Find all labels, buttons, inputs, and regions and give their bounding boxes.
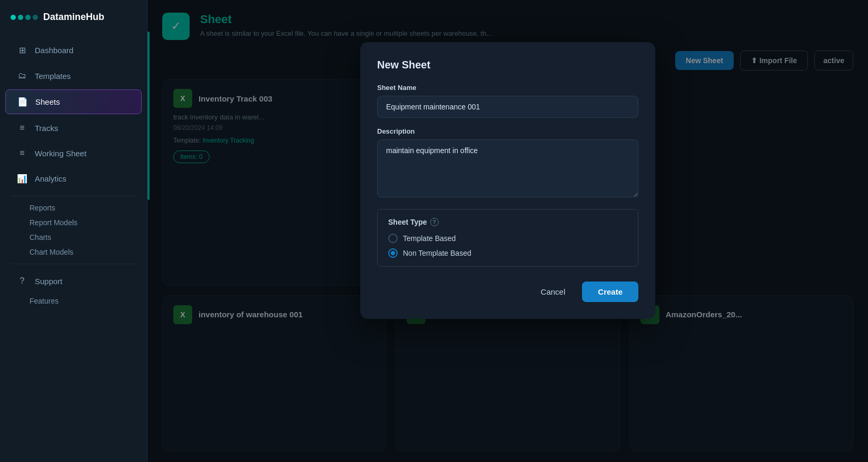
modal-title: New Sheet: [377, 59, 638, 71]
sheets-icon: 📄: [17, 97, 28, 107]
radio-circle-template: [388, 234, 398, 243]
logo-dot-3: [25, 15, 31, 20]
analytics-icon: 📊: [17, 174, 27, 184]
sheet-name-input[interactable]: [377, 96, 638, 118]
sheet-type-header: Sheet Type ?: [388, 218, 627, 226]
radio-non-template-based[interactable]: Non Template Based: [388, 248, 627, 258]
sidebar-item-working-sheet[interactable]: ≡ Working Sheet: [5, 142, 142, 165]
description-input[interactable]: maintain equipment in office: [377, 139, 638, 197]
sidebar-item-reports[interactable]: Reports: [0, 200, 147, 215]
sidebar-item-tracks[interactable]: ≡ Tracks: [5, 116, 142, 139]
sidebar-item-templates[interactable]: 🗂 Templates: [5, 64, 142, 87]
logo: DatamineHub: [0, 0, 147, 37]
sidebar-item-label: Templates: [35, 72, 71, 81]
templates-icon: 🗂: [17, 71, 27, 81]
radio-circle-non-template: [388, 248, 398, 258]
cancel-button[interactable]: Cancel: [531, 282, 575, 302]
logo-dot-1: [11, 15, 16, 20]
tracks-icon: ≡: [17, 123, 27, 133]
new-sheet-modal: New Sheet Sheet Name Description maintai…: [360, 42, 655, 319]
logo-dot-4: [33, 15, 38, 20]
modal-overlay: New Sheet Sheet Name Description maintai…: [147, 0, 868, 462]
working-sheet-icon: ≡: [17, 148, 27, 158]
modal-actions: Cancel Create: [377, 282, 638, 302]
sidebar-item-chart-models[interactable]: Chart Models: [0, 245, 147, 259]
sidebar-item-label: Analytics: [35, 174, 66, 183]
sidebar-item-label: Tracks: [35, 124, 58, 133]
sheet-name-label: Sheet Name: [377, 84, 638, 92]
description-label: Description: [377, 127, 638, 135]
logo-text: DatamineHub: [43, 12, 104, 23]
sidebar-item-features[interactable]: Features: [0, 294, 147, 308]
sidebar-item-support[interactable]: ? Support: [5, 269, 142, 293]
sidebar-item-analytics[interactable]: 📊 Analytics: [5, 167, 142, 190]
radio-template-based[interactable]: Template Based: [388, 234, 627, 243]
sheet-type-box: Sheet Type ? Template Based Non Template…: [377, 209, 638, 267]
main-content: ✓ Sheet A sheet is similar to your Excel…: [147, 0, 868, 462]
dashboard-icon: ⊞: [17, 45, 27, 55]
logo-dots: [11, 15, 38, 20]
sidebar-item-label: Dashboard: [35, 46, 73, 55]
sidebar-item-label: Working Sheet: [35, 149, 86, 158]
sidebar-item-charts[interactable]: Charts: [0, 230, 147, 245]
sidebar-item-sheets[interactable]: 📄 Sheets: [5, 89, 142, 114]
sidebar-item-report-models[interactable]: Report Models: [0, 215, 147, 230]
sheet-type-help-icon[interactable]: ?: [430, 218, 439, 226]
sidebar-item-dashboard[interactable]: ⊞ Dashboard: [5, 38, 142, 62]
support-icon: ?: [17, 276, 27, 286]
nav-divider-2: [11, 264, 136, 264]
nav-divider: [11, 196, 136, 196]
sidebar-item-label: Support: [35, 277, 63, 286]
logo-dot-2: [18, 15, 23, 20]
create-button[interactable]: Create: [582, 282, 638, 302]
sidebar-item-label: Sheets: [35, 97, 60, 106]
sidebar: DatamineHub ⊞ Dashboard 🗂 Templates 📄 Sh…: [0, 0, 147, 462]
